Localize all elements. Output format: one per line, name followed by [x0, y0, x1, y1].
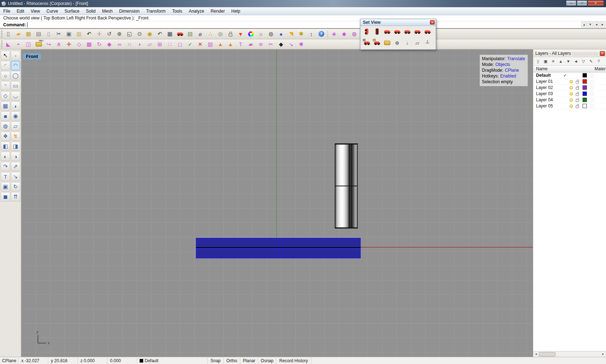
point-tool[interactable]: ◦	[11, 51, 20, 60]
mesh-shadow-icon[interactable]: ◆	[276, 40, 286, 49]
layer-lock-cell[interactable]	[574, 98, 580, 102]
move-layer-left-icon[interactable]: ◄	[573, 58, 579, 65]
set-view-titlebar[interactable]: Set View ×	[360, 19, 436, 26]
scroll-right-icon[interactable]: ►	[600, 352, 606, 356]
mesh-split-icon[interactable]: ▥	[206, 40, 215, 49]
menu-render[interactable]: Render	[207, 7, 228, 15]
cone-alert-icon[interactable]: ◥	[286, 30, 296, 38]
layer-visibility-cell[interactable]	[568, 86, 574, 89]
active-layer-pane[interactable]: Default	[137, 357, 208, 364]
scroll-left-icon[interactable]: ◄	[533, 352, 539, 356]
layer-material-circle[interactable]	[590, 86, 594, 90]
layer-lock-cell[interactable]	[574, 80, 580, 84]
curve-edit-tool[interactable]: ↷	[1, 162, 10, 171]
layer-color-swatch[interactable]	[583, 73, 587, 77]
perspective-angle-icon[interactable]: ▱	[412, 38, 422, 48]
layer-color-swatch[interactable]	[583, 104, 587, 108]
plan-view-icon[interactable]: ↓	[402, 38, 412, 48]
mesh-add-face-icon[interactable]: ⊞	[155, 40, 164, 49]
osnap-toggle[interactable]: Osnap	[258, 357, 276, 364]
menu-surface[interactable]: Surface	[61, 7, 83, 15]
paste-icon[interactable]: ▥	[74, 30, 84, 38]
new-layer-icon[interactable]: ▯	[535, 58, 541, 65]
layer-row[interactable]: Layer 05	[533, 103, 606, 109]
named-views-icon[interactable]	[175, 30, 185, 38]
dimension-icon[interactable]: ↕	[307, 30, 316, 38]
surface-patch-tool[interactable]: ▦	[1, 101, 10, 111]
layer-row[interactable]: Layer 01	[533, 79, 606, 85]
close-button[interactable]: ×	[588, 0, 604, 6]
layer-lock-cell[interactable]	[574, 86, 580, 90]
sheet-tool[interactable]: ▱	[11, 121, 20, 131]
ghosted-display-icon[interactable]: ◍	[266, 30, 276, 38]
panel-close-icon[interactable]: ×	[600, 51, 605, 56]
mesh-skew-icon[interactable]: ▰	[246, 40, 255, 49]
layer-color-swatch[interactable]	[583, 98, 587, 102]
layer-material-circle[interactable]	[590, 104, 594, 108]
layer-material-circle[interactable]	[590, 80, 594, 84]
layer-row[interactable]: Layer 02	[533, 85, 606, 91]
layer-material-circle[interactable]	[590, 98, 594, 102]
toolbar-grip[interactable]	[1, 30, 3, 38]
curve-tool[interactable]: ◠	[11, 61, 20, 70]
zoom-window-icon[interactable]: ◱	[125, 30, 134, 38]
rotate-view-icon[interactable]: ↺	[105, 30, 114, 38]
mesh-sheet-icon[interactable]: ▱	[145, 40, 154, 49]
view-back-icon[interactable]	[392, 27, 402, 36]
mesh-cube-icon[interactable]: ◈	[329, 30, 339, 38]
column-material[interactable]: Mater	[594, 66, 606, 71]
text-tool[interactable]: T	[1, 172, 10, 181]
menu-dimension[interactable]: Dimension	[116, 7, 143, 15]
mesh-handles-icon[interactable]: ◻	[175, 40, 185, 49]
mesh-globe-icon[interactable]: ◍	[350, 30, 359, 38]
mesh-plane-icon[interactable]: ◆	[339, 30, 349, 38]
layer-color-swatch[interactable]	[583, 79, 587, 84]
viewport-layout-icon[interactable]: ▦	[165, 30, 175, 38]
menu-tools[interactable]: Tools	[169, 7, 185, 15]
snap-toggle[interactable]: Snap	[208, 357, 224, 364]
delete-layer-icon[interactable]: ✕	[550, 58, 556, 65]
menu-edit[interactable]: Edit	[13, 7, 27, 15]
mesh-trim-icon[interactable]: ✂	[266, 40, 276, 49]
mesh-vertices-icon[interactable]: ◇	[74, 40, 84, 49]
layer-material-circle[interactable]	[590, 74, 594, 77]
curve-blend-tool[interactable]: ◡	[11, 91, 20, 101]
mesh-paint-icon[interactable]: ▩	[84, 40, 94, 49]
column-name[interactable]: Name	[533, 66, 548, 71]
mesh-delete-icon[interactable]: ✕	[196, 40, 205, 49]
undo-icon[interactable]: ↶	[84, 30, 94, 38]
view-bottom-icon[interactable]	[412, 27, 422, 36]
curved-surface-tool[interactable]: ◗	[11, 101, 20, 111]
mesh-axis-icon[interactable]: ✛	[64, 40, 74, 49]
copy-layer-icon[interactable]: ▣	[543, 58, 549, 65]
panel-grip[interactable]	[573, 52, 598, 55]
layer-visibility-cell[interactable]	[568, 92, 574, 96]
mesh-settings-icon[interactable]: ✱	[297, 40, 306, 49]
group-tool[interactable]: ▣	[1, 182, 10, 191]
mesh-torus-icon[interactable]: ◖	[135, 40, 144, 49]
ortho-toggle[interactable]: Ortho	[224, 357, 240, 364]
move-layer-up-icon[interactable]: ▲	[558, 58, 564, 65]
mesh-inspect-icon[interactable]: ∞	[115, 40, 124, 49]
zoom-selected-icon[interactable]: ◉	[145, 30, 154, 38]
point-cloud-icon[interactable]: ∴	[206, 30, 215, 38]
offset-tool[interactable]: ⇗	[11, 162, 20, 171]
command-scroll-up-icon[interactable]: ▲	[581, 22, 587, 27]
mesh-polygon-icon[interactable]: ◆	[105, 40, 114, 49]
command-prev-icon[interactable]: ◄	[594, 22, 599, 27]
weld-icon[interactable]: ▲	[216, 40, 225, 49]
mesh-flag-icon[interactable]: ◣	[4, 40, 13, 49]
view-top-icon[interactable]	[372, 27, 382, 36]
view-front-icon[interactable]	[362, 27, 372, 36]
export-icon[interactable]: ▯	[44, 30, 53, 38]
split-tool[interactable]: ◨	[11, 142, 20, 151]
menu-view[interactable]: View	[27, 7, 43, 15]
selected-box-object[interactable]	[196, 238, 361, 258]
layer-row[interactable]: Layer 03	[533, 91, 606, 97]
pan-view-icon[interactable]	[362, 38, 372, 48]
circle-tool[interactable]: ○	[1, 71, 10, 80]
scale-tool[interactable]: ↘	[11, 172, 20, 181]
menu-curve[interactable]: Curve	[43, 7, 61, 15]
box-tool[interactable]: ■	[1, 111, 10, 121]
mesh-repair-icon[interactable]: ⋔	[54, 40, 63, 49]
